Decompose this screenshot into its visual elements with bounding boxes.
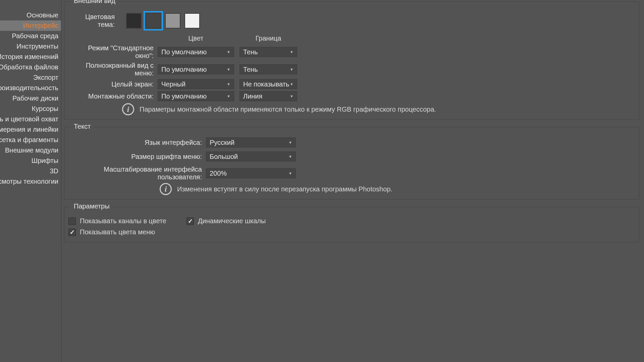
dynamic-sliders-checkbox[interactable] bbox=[186, 218, 194, 225]
screen-mode-label: Монтажные области: bbox=[68, 93, 158, 100]
info-icon: i bbox=[122, 103, 134, 115]
ui-language-dropdown[interactable]: Русский ▼ bbox=[206, 137, 296, 147]
sidebar-item[interactable]: Курсоры bbox=[0, 104, 61, 114]
chevron-down-icon: ▼ bbox=[227, 50, 230, 54]
sidebar-item[interactable]: Единицы измерения и линейки bbox=[0, 124, 61, 135]
chevron-down-icon: ▼ bbox=[290, 82, 293, 86]
parameters-title: Параметры bbox=[70, 202, 113, 210]
screen-mode-color-dropdown[interactable]: По умолчанию▼ bbox=[158, 64, 234, 74]
color-theme-swatches bbox=[126, 13, 200, 28]
screen-mode-border-dropdown[interactable]: Линия▼ bbox=[239, 91, 297, 101]
chevron-down-icon: ▼ bbox=[288, 171, 292, 175]
column-header-color: Цвет bbox=[158, 35, 234, 42]
show-menu-colors-label: Показывать цвета меню bbox=[80, 228, 155, 236]
info-icon: i bbox=[160, 183, 172, 195]
sidebar-item[interactable]: Основные bbox=[0, 10, 61, 20]
text-info-text: Изменения вступят в силу после перезапус… bbox=[177, 185, 392, 193]
sidebar-item[interactable]: Шрифты bbox=[0, 156, 61, 166]
sidebar-item[interactable]: Инструменты bbox=[0, 41, 61, 52]
color-theme-swatch[interactable] bbox=[184, 13, 200, 28]
screen-mode-color-dropdown[interactable]: По умолчанию▼ bbox=[158, 91, 234, 101]
screen-mode-border-dropdown[interactable]: Тень▼ bbox=[239, 64, 297, 74]
sidebar-item[interactable]: Обработка файлов bbox=[0, 62, 61, 72]
chevron-down-icon: ▼ bbox=[227, 94, 230, 98]
screen-mode-label: Целый экран: bbox=[68, 80, 158, 88]
screen-mode-border-dropdown[interactable]: Тень▼ bbox=[239, 47, 297, 57]
chevron-down-icon: ▼ bbox=[227, 82, 230, 86]
appearance-info-text: Параметры монтажной области применяются … bbox=[140, 106, 436, 113]
color-theme-label: Цветовая тема: bbox=[68, 13, 119, 28]
sidebar-item[interactable]: Интерфейс bbox=[0, 20, 61, 31]
sidebar-item[interactable]: Внешние модули bbox=[0, 145, 61, 156]
sidebar-item[interactable]: Просмотры технологии bbox=[0, 176, 61, 187]
show-menu-colors-checkbox[interactable] bbox=[68, 229, 76, 236]
sidebar-item[interactable]: Производительность bbox=[0, 83, 61, 93]
sidebar-item[interactable]: История изменений bbox=[0, 52, 61, 62]
sidebar: ОсновныеИнтерфейсРабочая средаИнструмент… bbox=[0, 0, 61, 362]
color-theme-swatch[interactable] bbox=[126, 13, 142, 28]
ui-scaling-value: 200% bbox=[210, 170, 227, 177]
screen-mode-label: Режим "Стандартное окно": bbox=[68, 44, 158, 60]
sidebar-item[interactable]: Рабочая среда bbox=[0, 31, 61, 41]
parameters-group: Параметры Показывать каналы в цвете Дина… bbox=[64, 207, 639, 242]
ui-language-label: Язык интерфейса: bbox=[68, 139, 206, 146]
sidebar-item[interactable]: Экспорт bbox=[0, 72, 61, 83]
dynamic-sliders-label: Динамические шкалы bbox=[198, 217, 266, 225]
ui-language-value: Русский bbox=[210, 139, 234, 146]
sidebar-item[interactable]: 3D bbox=[0, 166, 61, 176]
chevron-down-icon: ▼ bbox=[288, 155, 292, 159]
show-channels-color-label: Показывать каналы в цвете bbox=[80, 217, 166, 225]
appearance-title: Внешний вид bbox=[70, 0, 119, 5]
chevron-down-icon: ▼ bbox=[227, 67, 230, 71]
sidebar-item[interactable]: Прозрачность и цветовой охват bbox=[0, 114, 61, 124]
ui-scaling-dropdown[interactable]: 200% ▼ bbox=[206, 168, 296, 178]
menu-font-size-value: Большой bbox=[210, 153, 238, 161]
menu-font-size-dropdown[interactable]: Большой ▼ bbox=[206, 152, 296, 162]
ui-scaling-label: Масштабирование интерфейса пользователя: bbox=[68, 166, 206, 181]
chevron-down-icon: ▼ bbox=[288, 140, 292, 144]
column-header-border: Граница bbox=[239, 35, 297, 42]
sidebar-item[interactable]: Рабочие диски bbox=[0, 93, 61, 104]
show-channels-color-checkbox[interactable] bbox=[68, 218, 76, 225]
chevron-down-icon: ▼ bbox=[290, 67, 293, 71]
screen-mode-color-dropdown[interactable]: По умолчанию▼ bbox=[158, 47, 234, 57]
chevron-down-icon: ▼ bbox=[290, 50, 293, 54]
color-theme-swatch[interactable] bbox=[146, 13, 161, 28]
main-panel: Внешний вид Цветовая тема: Цвет Граница … bbox=[61, 0, 644, 362]
screen-mode-label: Полноэкранный вид с меню: bbox=[68, 62, 158, 77]
text-title: Текст bbox=[70, 123, 94, 130]
screen-mode-border-dropdown[interactable]: Не показывать▼ bbox=[239, 79, 297, 89]
color-theme-swatch[interactable] bbox=[165, 13, 180, 28]
sidebar-item[interactable]: Направляющие, сетка и фрагменты bbox=[0, 135, 61, 145]
appearance-group: Внешний вид Цветовая тема: Цвет Граница … bbox=[64, 1, 639, 120]
menu-font-size-label: Размер шрифта меню: bbox=[68, 153, 206, 161]
chevron-down-icon: ▼ bbox=[290, 94, 293, 98]
text-group: Текст Язык интерфейса: Русский ▼ Размер … bbox=[64, 127, 639, 199]
screen-mode-color-dropdown[interactable]: Черный▼ bbox=[158, 79, 234, 89]
